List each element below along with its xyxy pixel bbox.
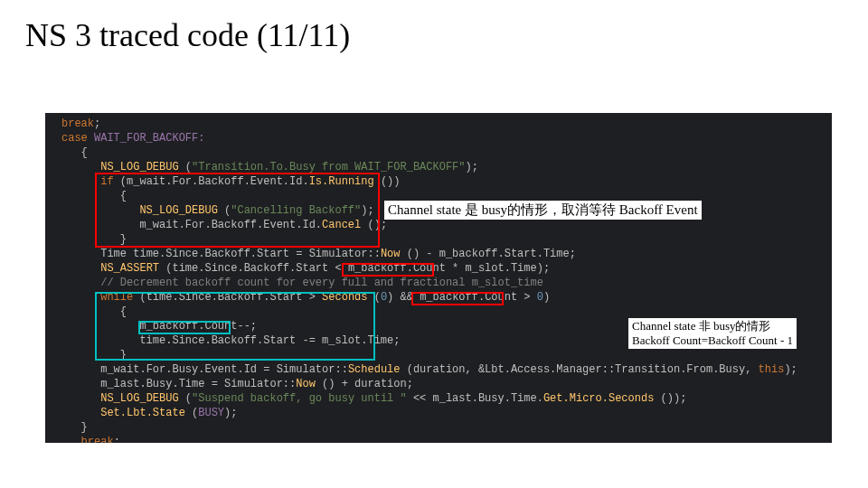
fn: Cancel bbox=[322, 219, 361, 231]
str: "Cancelling Backoff" bbox=[231, 204, 361, 217]
t bbox=[61, 248, 100, 260]
fn: NS_LOG_DEBUG bbox=[139, 204, 217, 217]
t bbox=[61, 291, 100, 304]
t: (time.Since.Backoff.Start < bbox=[159, 262, 348, 275]
t bbox=[61, 363, 100, 376]
t bbox=[61, 277, 100, 289]
t: m_wait.For.Backoff.Event.Id. bbox=[139, 219, 322, 231]
const: WAIT_FOR_BACKOFF: bbox=[88, 132, 205, 145]
t bbox=[61, 305, 120, 318]
t bbox=[61, 262, 100, 275]
t bbox=[61, 349, 120, 361]
t bbox=[61, 436, 81, 443]
str: "Transition.To.Busy from WAIT_FOR_BACKOF… bbox=[192, 161, 465, 174]
t: } bbox=[81, 421, 88, 434]
kw: break bbox=[81, 436, 114, 443]
t bbox=[61, 320, 139, 333]
t: ( bbox=[218, 204, 231, 217]
t: ); bbox=[466, 161, 478, 174]
comment: // Decrement backoff count for every ful… bbox=[100, 277, 543, 289]
annotation-cyan: Channel state 非 busy的情形 Backoff Count=Ba… bbox=[628, 318, 797, 349]
t bbox=[61, 204, 139, 217]
t: } bbox=[120, 349, 127, 361]
t: ( bbox=[185, 407, 198, 419]
t: (); bbox=[361, 219, 387, 231]
kw: while bbox=[100, 291, 133, 304]
t: Time time.Since.Backoff.Start = Simulato… bbox=[100, 248, 381, 260]
str: "Suspend backoff, go busy until " bbox=[192, 392, 407, 405]
t: > bbox=[517, 291, 537, 304]
t: ); bbox=[224, 407, 237, 419]
fn: Schedule bbox=[348, 363, 401, 376]
fn: Now bbox=[296, 378, 316, 390]
t: ; bbox=[114, 436, 120, 443]
t: } bbox=[120, 233, 127, 246]
const: BUSY bbox=[198, 407, 224, 419]
fn: Seconds bbox=[322, 291, 367, 304]
t: m_backoff.Count bbox=[420, 291, 517, 304]
fn: Set.Lbt.State bbox=[100, 407, 185, 419]
t: (duration, &Lbt.Access.Manager::Transiti… bbox=[400, 363, 758, 376]
t bbox=[61, 334, 139, 347]
t bbox=[61, 161, 100, 174]
t: m_last.Busy.Time = Simulator:: bbox=[100, 378, 296, 390]
t: --; bbox=[237, 320, 257, 333]
t bbox=[61, 392, 100, 405]
t: { bbox=[81, 146, 88, 159]
t: (m_wait.For.Backoff.Event.Id. bbox=[114, 175, 309, 188]
t: m_wait.For.Busy.Event.Id = Simulator:: bbox=[100, 363, 348, 376]
t bbox=[61, 421, 81, 434]
fn: Get.Micro.Seconds bbox=[543, 392, 654, 405]
t bbox=[61, 190, 120, 202]
t: () - m_backoff.Start.Time; bbox=[400, 248, 575, 260]
annotation-cyan-line1: Channel state 非 busy的情形 bbox=[632, 319, 793, 333]
t: ) && bbox=[387, 291, 420, 304]
t: { bbox=[120, 305, 127, 318]
t: ()); bbox=[654, 392, 686, 405]
t: m_backoff.Count bbox=[348, 262, 446, 275]
t bbox=[61, 219, 139, 231]
t: ()) bbox=[374, 175, 401, 188]
t bbox=[61, 233, 120, 246]
t: (time.Since.Backoff.Start > bbox=[133, 291, 322, 304]
fn: Is.Running bbox=[309, 175, 374, 188]
fn: Now bbox=[381, 248, 401, 260]
t: ( bbox=[179, 161, 192, 174]
t: * m_slot.Time); bbox=[446, 262, 550, 275]
page-title: NS 3 traced code (11/11) bbox=[0, 0, 868, 54]
t bbox=[61, 175, 100, 188]
t bbox=[61, 146, 81, 159]
num: 0 bbox=[537, 291, 543, 304]
t: m_backoff.Count bbox=[139, 320, 237, 333]
t: << m_last.Busy.Time. bbox=[407, 392, 543, 405]
t: ); bbox=[361, 204, 373, 217]
t: { bbox=[120, 190, 127, 202]
annotation-red: Channel state 是 busy的情形，取消等待 Backoff Eve… bbox=[384, 201, 702, 220]
t: ( bbox=[179, 392, 192, 405]
annotation-cyan-line2: Backoff Count=Backoff Count - 1 bbox=[632, 333, 793, 348]
t: ) bbox=[543, 291, 550, 304]
fn: NS_LOG_DEBUG bbox=[100, 392, 178, 405]
t bbox=[61, 407, 100, 419]
t: ( bbox=[368, 291, 381, 304]
fn: NS_LOG_DEBUG bbox=[100, 161, 178, 174]
kw: break bbox=[61, 117, 94, 130]
t bbox=[61, 378, 100, 390]
kw: if bbox=[100, 175, 113, 188]
code-block: break; case WAIT_FOR_BACKOFF: { NS_LOG_D… bbox=[45, 113, 832, 443]
t: () + duration; bbox=[316, 378, 413, 390]
kw: case bbox=[61, 132, 88, 145]
t: time.Since.Backoff.Start -= m_slot.Time; bbox=[139, 334, 400, 347]
fn: NS_ASSERT bbox=[100, 262, 159, 275]
t: ); bbox=[784, 363, 797, 376]
t: ; bbox=[94, 117, 100, 130]
kw: this bbox=[759, 363, 785, 376]
